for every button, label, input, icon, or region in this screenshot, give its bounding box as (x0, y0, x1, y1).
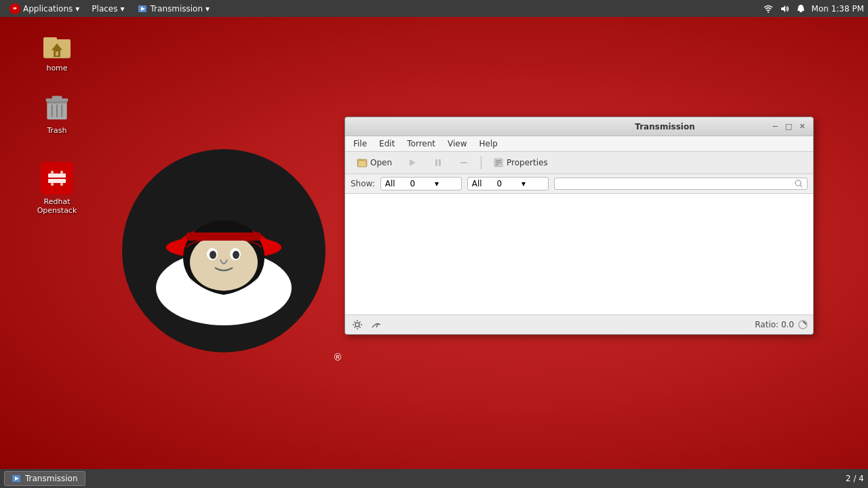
taskbar-left: Transmission (4, 471, 85, 486)
svg-rect-22 (60, 171, 63, 174)
svg-rect-23 (51, 183, 54, 186)
places-menu[interactable]: Places ▾ (86, 3, 130, 15)
properties-button[interactable]: Properties (487, 155, 554, 171)
filter1-count: 0 (410, 179, 432, 188)
taskbar-transmission[interactable]: Transmission (4, 471, 85, 486)
transmission-panel-icon (137, 3, 148, 14)
svg-point-33 (233, 251, 239, 259)
menu-help[interactable]: Help (474, 138, 503, 150)
window-statusbar: Ratio: 0.0 (345, 314, 813, 334)
properties-label: Properties (507, 158, 548, 167)
transmission-arrow: ▾ (205, 4, 210, 14)
openstack-desktop-icon[interactable]: Redhat Openstack (30, 159, 84, 218)
top-panel-left: Applications ▾ Places ▾ Transmission ▾ (4, 2, 215, 16)
filter-select-1[interactable]: All 0 ▾ (380, 177, 462, 190)
properties-icon (493, 157, 504, 168)
play-icon (407, 157, 418, 168)
volume-icon[interactable] (779, 3, 790, 14)
ratio-label: Ratio: 0.0 (755, 320, 794, 329)
desktop: Applications ▾ Places ▾ Transmission ▾ (0, 0, 868, 488)
menu-torrent[interactable]: Torrent (401, 138, 441, 150)
window-filterbar: Show: All 0 ▾ All 0 ▾ (345, 174, 813, 194)
toolbar-separator (481, 156, 481, 169)
remove-icon (458, 157, 469, 168)
svg-rect-11 (56, 52, 58, 56)
preferences-button[interactable] (351, 318, 364, 331)
filter1-value: All (385, 179, 408, 188)
redhat-circle (122, 149, 326, 352)
window-titlebar: Transmission ─ □ ✕ (345, 117, 813, 136)
svg-rect-19 (48, 174, 66, 178)
top-panel-right: Mon 1:38 PM (763, 3, 864, 14)
filter2-value: All (472, 179, 494, 188)
svg-rect-5 (800, 11, 802, 12)
svg-rect-20 (48, 179, 66, 183)
svg-rect-21 (51, 171, 54, 174)
openstack-icon (41, 162, 73, 195)
clock: Mon 1:38 PM (812, 4, 864, 14)
menu-file[interactable]: File (348, 138, 372, 150)
openstack-icon-label: Redhat Openstack (33, 197, 81, 215)
trash-desktop-icon[interactable]: Trash (30, 88, 84, 138)
notification-icon[interactable] (795, 3, 806, 14)
applications-arrow: ▾ (75, 4, 79, 14)
transmission-window: Transmission ─ □ ✕ File Edit Torrent Vie… (344, 117, 814, 335)
transmission-menu[interactable]: Transmission ▾ (132, 2, 216, 16)
statusbar-right: Ratio: 0.0 (755, 320, 808, 329)
close-button[interactable]: ✕ (797, 121, 808, 132)
places-arrow: ▾ (121, 4, 125, 14)
svg-point-48 (355, 323, 359, 327)
svg-rect-24 (60, 183, 63, 186)
redhat-logo: ® (122, 149, 339, 366)
svg-point-46 (795, 180, 801, 186)
applications-menu[interactable]: Applications ▾ (4, 2, 85, 16)
svg-rect-41 (460, 162, 467, 163)
filter2-count: 0 (496, 179, 519, 188)
svg-rect-39 (435, 159, 437, 166)
remove-button[interactable] (452, 155, 475, 171)
redhat-panel-icon (9, 3, 20, 14)
wifi-icon[interactable] (763, 3, 774, 14)
menu-edit[interactable]: Edit (374, 138, 400, 150)
svg-point-3 (768, 12, 769, 13)
filter-select-2[interactable]: All 0 ▾ (467, 177, 549, 190)
svg-marker-4 (781, 5, 785, 12)
page-indicator: 2 / 4 (846, 474, 864, 483)
svg-point-32 (210, 251, 216, 259)
pause-button[interactable] (427, 155, 450, 171)
open-icon (357, 157, 368, 168)
svg-point-29 (190, 234, 258, 291)
minimize-button[interactable]: ─ (770, 121, 781, 132)
trash-icon (41, 91, 73, 123)
open-label: Open (370, 158, 392, 167)
maximize-button[interactable]: □ (783, 121, 794, 132)
svg-rect-15 (52, 96, 62, 100)
taskbar: Transmission 2 / 4 (0, 469, 868, 488)
home-icon (41, 28, 73, 61)
speed-button[interactable] (370, 318, 383, 331)
home-desktop-icon[interactable]: home (30, 26, 84, 75)
transmission-label: Transmission (151, 4, 203, 14)
trash-icon-label: Trash (47, 126, 66, 135)
home-icon-label: home (46, 64, 67, 73)
taskbar-right: 2 / 4 (846, 474, 864, 483)
svg-marker-38 (410, 159, 416, 166)
play-button[interactable] (401, 155, 424, 171)
pause-icon (433, 157, 443, 168)
places-label: Places (92, 4, 117, 14)
window-controls: ─ □ ✕ (770, 121, 808, 132)
svg-rect-34 (186, 232, 261, 241)
open-button[interactable]: Open (351, 155, 398, 171)
window-content (345, 194, 813, 314)
window-title: Transmission (560, 122, 770, 131)
filter1-arrow: ▾ (435, 179, 457, 188)
svg-rect-40 (439, 159, 441, 166)
svg-line-47 (800, 185, 802, 187)
statusbar-left (351, 318, 383, 331)
search-box[interactable] (554, 178, 808, 190)
applications-label: Applications (23, 4, 73, 14)
filter2-arrow: ▾ (521, 179, 544, 188)
menu-view[interactable]: View (442, 138, 472, 150)
window-toolbar: Open (345, 152, 813, 174)
taskbar-transmission-label: Transmission (25, 474, 78, 483)
